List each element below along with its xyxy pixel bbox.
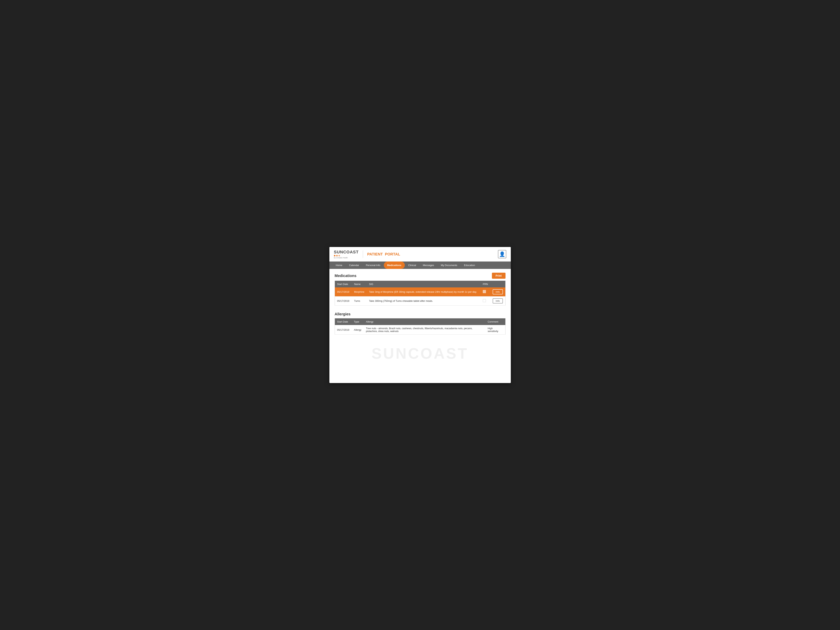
brand-byline: by Complia Health bbox=[334, 257, 359, 259]
tums-name: Tums bbox=[352, 297, 367, 306]
brand-logo: SUNCOAST by Complia Health bbox=[334, 249, 359, 259]
nav-education[interactable]: Education bbox=[461, 262, 478, 269]
morphine-name: Morphine bbox=[352, 287, 367, 297]
allergies-section: Allergies Start Date Type Allergy Commen… bbox=[335, 312, 505, 339]
medications-title: Medications bbox=[335, 274, 357, 278]
portal-title: PATIENT PORTAL bbox=[367, 252, 400, 256]
allergies-table: Start Date Type Allergy Comment 05/17/20… bbox=[335, 318, 505, 335]
allergy-type: Allergy bbox=[352, 325, 364, 335]
brand-dots bbox=[334, 255, 359, 256]
nav-messages[interactable]: Messages bbox=[420, 262, 437, 269]
portal-label: PATIENT bbox=[367, 252, 383, 256]
tums-sig: Take 300mg (750mg) of Tums chewable tabl… bbox=[367, 297, 480, 306]
morphine-prn bbox=[480, 287, 490, 297]
portal-frame: SUNCOAST by Complia Health PATIENT PORTA… bbox=[329, 247, 511, 383]
allergies-title: Allergies bbox=[335, 312, 351, 316]
main-content: Medications Print Start Date Name SIG PR… bbox=[329, 269, 511, 372]
morphine-sig: Take 3mg of Morphine (ER 30mg capsule, e… bbox=[367, 287, 480, 297]
nav-calendar[interactable]: Calendar bbox=[346, 262, 362, 269]
tums-info-button[interactable]: Info bbox=[493, 298, 503, 303]
allergies-table-wrapper: Start Date Type Allergy Comment 05/17/20… bbox=[335, 318, 505, 339]
medications-section-header: Medications Print bbox=[335, 273, 505, 279]
print-button[interactable]: Print bbox=[492, 273, 505, 279]
allergy-col-type: Type bbox=[352, 318, 364, 325]
allergy-col-comment: Comment bbox=[485, 318, 505, 325]
tums-prn-checkbox[interactable] bbox=[483, 299, 486, 302]
col-sig: SIG bbox=[367, 281, 480, 287]
allergy-row-tree-nuts: 05/17/2019 Allergy Tree nuts - almonds, … bbox=[335, 325, 505, 335]
allergy-col-allergy: Allergy bbox=[363, 318, 485, 325]
morphine-prn-checkbox[interactable] bbox=[483, 290, 486, 293]
medication-row-tums: 05/17/2019 Tums Take 300mg (750mg) of Tu… bbox=[335, 297, 505, 306]
nav-personal-info[interactable]: Personal Info bbox=[362, 262, 384, 269]
allergy-col-start-date: Start Date bbox=[335, 318, 352, 325]
brand-name: SUNCOAST bbox=[334, 249, 359, 254]
medications-header-row: Start Date Name SIG PRN bbox=[335, 281, 505, 287]
nav-medications[interactable]: Medications bbox=[384, 262, 405, 269]
allergy-start-date: 05/17/2019 bbox=[335, 325, 352, 335]
col-prn: PRN bbox=[480, 281, 490, 287]
header: SUNCOAST by Complia Health PATIENT PORTA… bbox=[329, 247, 511, 262]
medication-row-morphine: 05/17/2019 Morphine Take 3mg of Morphine… bbox=[335, 287, 505, 297]
tums-info-cell: Info bbox=[490, 297, 505, 306]
allergy-comment: High sensitivity bbox=[485, 325, 505, 335]
medications-table-wrapper: Start Date Name SIG PRN 05/17/2019 Morph… bbox=[335, 281, 505, 310]
dot-1 bbox=[334, 255, 335, 256]
logo-area: SUNCOAST by Complia Health PATIENT PORTA… bbox=[334, 249, 400, 259]
morphine-info-button[interactable]: Info bbox=[493, 289, 503, 294]
avatar-button[interactable]: 👤 bbox=[498, 250, 506, 258]
morphine-info-cell: Info bbox=[490, 287, 505, 297]
nav-my-documents[interactable]: My Documents bbox=[437, 262, 461, 269]
portal-highlight: PORTAL bbox=[385, 252, 400, 256]
morphine-start-date: 05/17/2019 bbox=[335, 287, 352, 297]
nav-home[interactable]: Home bbox=[332, 262, 346, 269]
col-start-date: Start Date bbox=[335, 281, 352, 287]
dot-3 bbox=[338, 255, 340, 256]
allergies-header-row: Start Date Type Allergy Comment bbox=[335, 318, 505, 325]
dot-2 bbox=[336, 255, 338, 256]
nav-clinical[interactable]: Clinical bbox=[405, 262, 420, 269]
tums-start-date: 05/17/2019 bbox=[335, 297, 352, 306]
nav-bar: Home Calendar Personal Info Medications … bbox=[329, 262, 511, 269]
watermark: SUNCOAST bbox=[335, 339, 505, 364]
medications-table: Start Date Name SIG PRN 05/17/2019 Morph… bbox=[335, 281, 505, 306]
allergy-description: Tree nuts - almonds, Brazil nuts, cashew… bbox=[363, 325, 485, 335]
col-name: Name bbox=[352, 281, 367, 287]
allergies-section-header: Allergies bbox=[335, 312, 505, 316]
col-action bbox=[490, 281, 505, 287]
tums-prn bbox=[480, 297, 490, 306]
avatar-icon: 👤 bbox=[499, 251, 505, 257]
logo-divider bbox=[363, 250, 363, 258]
